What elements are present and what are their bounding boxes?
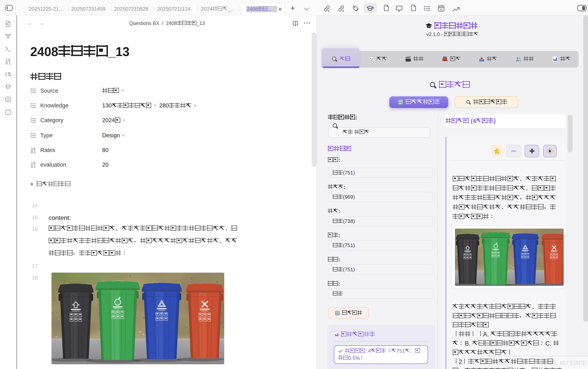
svg-text:1: 1 <box>7 111 9 114</box>
